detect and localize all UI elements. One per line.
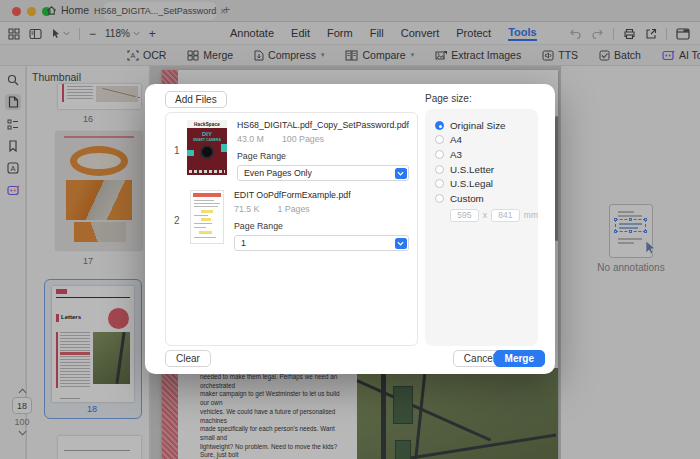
file-index: 2 [174,215,187,226]
file-name: EDIT OoPdfFormExample.pdf [234,190,409,200]
page-range-value: 1 [241,238,246,248]
remove-file-icon[interactable]: × [403,120,409,129]
page-size-panel: Original Size A4 A3 U.S.Letter U.S.Legal… [425,109,538,346]
cover-subtitle: SMART CAMERA [187,138,227,142]
file-thumbnail [190,190,224,244]
cover-masthead: HackSpace [187,120,227,128]
custom-height-input[interactable]: 841 [491,209,520,222]
page-range-select[interactable]: 1 [234,235,409,251]
page-size-label: Page size: [425,93,472,104]
radio-original-size[interactable]: Original Size [435,118,538,133]
file-pages: 100 Pages [282,134,324,144]
radio-icon [435,135,444,144]
file-row: 2 EDIT OoPdfFormExample.pdf [166,183,417,253]
custom-unit: mm [524,210,538,220]
radio-us-legal[interactable]: U.S.Legal [435,176,538,191]
file-row: 1 HackSpace DIY SMART CAMERA HS68_DIGITA… [166,113,417,183]
page-range-select[interactable]: Even Pages Only [237,165,409,181]
radio-a3[interactable]: A3 [435,147,538,162]
merge-button[interactable]: Merge [494,350,545,367]
radio-a4[interactable]: A4 [435,133,538,148]
merge-dialog: Add Files 1 HackSpace DIY SMART CAMERA [145,84,555,374]
chevron-down-icon [397,241,404,246]
page-range-value: Even Pages Only [244,168,312,178]
clear-button[interactable]: Clear [165,350,211,367]
radio-icon [435,179,444,188]
file-pages: 1 Pages [277,204,309,214]
chevron-down-icon [397,171,404,176]
select-dropdown-button[interactable] [395,238,407,250]
cover-watch-art [200,145,214,159]
file-index: 1 [174,145,187,156]
file-thumbnail: HackSpace DIY SMART CAMERA [187,120,227,175]
custom-size-row: 595 x 841 mm [450,209,538,222]
page-range-label: Page Range [234,221,409,231]
radio-icon [435,165,444,174]
pdf-editor-window: Home HS68_DIGITA..._SetPassword × + − 11… [0,0,700,459]
custom-separator: x [483,210,487,220]
select-dropdown-button[interactable] [395,168,407,180]
add-files-button[interactable]: Add Files [165,91,227,108]
cover-title: DIY [187,131,227,137]
page-range-label: Page Range [237,151,409,161]
radio-selected-icon [435,121,444,130]
radio-custom[interactable]: Custom [435,191,538,206]
radio-icon [435,194,444,203]
radio-icon [435,150,444,159]
custom-width-input[interactable]: 595 [450,209,479,222]
file-size: 71.5 K [234,204,259,214]
merge-file-list: 1 HackSpace DIY SMART CAMERA HS68_DIGITA… [165,112,418,346]
radio-us-letter[interactable]: U.S.Letter [435,162,538,177]
file-size: 43.0 M [237,134,264,144]
file-name: HS68_DIGITAL.pdf_Copy_SetPassword.pdf [237,120,409,130]
